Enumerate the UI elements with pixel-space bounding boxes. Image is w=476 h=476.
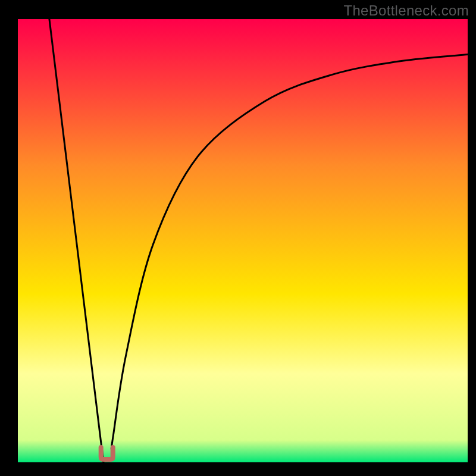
plot-background: [18, 19, 468, 462]
chart-frame: TheBottleneck.com: [0, 0, 476, 476]
chart-plot: [0, 0, 476, 476]
attribution-label: TheBottleneck.com: [343, 2, 469, 19]
